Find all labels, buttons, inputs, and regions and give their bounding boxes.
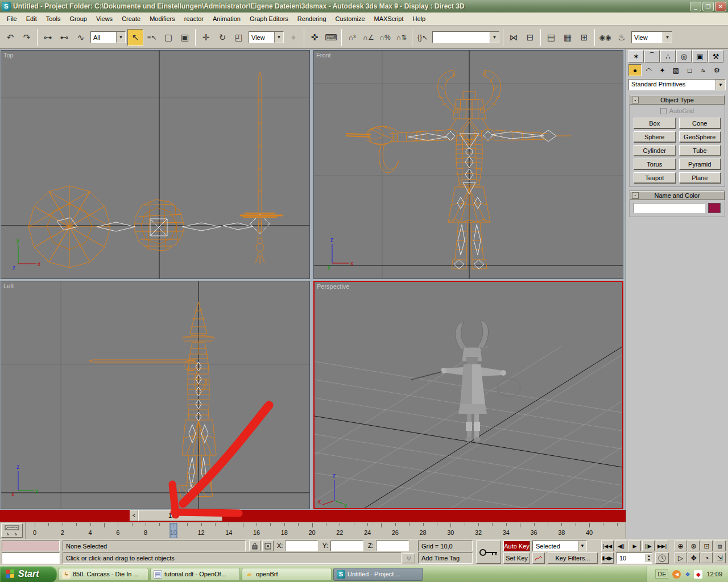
autogrid-checkbox[interactable] [660,108,667,114]
menu-item[interactable]: Group [65,14,92,24]
track-bar[interactable]: 0246810121416182022242628303234363840 [0,522,626,539]
zoom-extents-all-button[interactable]: ⧈ [714,541,726,551]
arc-rotate-button[interactable]: ◔ [701,552,713,563]
mirror-icon[interactable]: ⋈ [506,29,522,46]
current-frame-marker[interactable] [169,523,177,538]
object-type-button[interactable]: Cylinder [634,145,676,156]
viewport-left-label[interactable]: Left [3,282,14,289]
named-selection-sets-dropdown[interactable]: ▼ [432,31,499,43]
object-type-button[interactable]: Torus [634,159,676,169]
chevron-down-icon[interactable]: ▼ [578,541,586,551]
render-type-dropdown[interactable]: View▼ [631,31,672,43]
object-type-button[interactable]: Teapot [634,172,676,183]
taskbar-task[interactable]: S Untitled - Project ... [333,568,423,581]
time-configuration-button[interactable] [655,552,669,564]
close-button[interactable]: ✕ [715,2,726,11]
menu-item[interactable]: Views [92,14,117,24]
subtab-helpers[interactable]: □ [683,64,696,76]
set-key-button[interactable]: Set Key [503,552,530,564]
object-type-rollout-header[interactable]: - Object Type [630,95,725,105]
spinner-snap-toggle-icon[interactable]: ∩⇅ [394,29,410,46]
selection-filter-dropdown[interactable]: All▼ [90,31,126,43]
menu-item[interactable]: reactor [180,14,208,24]
snaps-toggle-icon[interactable]: ∩³ [344,29,360,46]
subtab-lights[interactable]: ✦ [656,64,669,76]
viewport-perspective[interactable]: Perspective [313,281,623,509]
object-type-button[interactable]: Box [634,118,676,128]
previous-frame-arrow[interactable]: < [130,510,138,521]
open-mini-curve-editor-button[interactable] [1,523,23,538]
object-type-button[interactable]: Tube [679,145,721,156]
menu-item[interactable]: Create [117,14,145,24]
material-editor-icon[interactable]: ◉◉ [597,29,613,46]
select-by-name-icon[interactable]: ≡↖ [144,29,160,46]
go-to-start-button[interactable]: |◀◀ [601,541,614,551]
subtab-space-warps[interactable]: ≈ [697,64,710,76]
next-frame-button[interactable]: ||▶ [642,541,655,551]
viewport-front-label[interactable]: Front [316,52,331,59]
select-and-link-icon[interactable]: ⊶ [40,29,56,46]
go-to-end-button[interactable]: ▶▶| [656,541,668,551]
menu-item[interactable]: Customize [331,14,370,24]
angle-snap-toggle-icon[interactable]: ∩∠ [361,29,377,46]
menu-item[interactable]: Rendering [293,14,331,24]
edit-named-selection-sets-icon[interactable]: {}↖ [415,29,431,46]
object-name-field[interactable] [634,203,705,213]
redo-icon[interactable]: ↷ [19,29,35,46]
maxscript-mini-listener[interactable] [2,552,60,564]
menu-item[interactable]: MAXScript [370,14,408,24]
collapse-icon[interactable]: - [632,97,639,103]
language-indicator[interactable]: DE [655,569,668,579]
taskbar-task[interactable]: ▰ openBrf [242,568,332,581]
subtab-systems[interactable]: ⚙ [710,64,723,76]
timeline-ruler[interactable]: 0246810121416182022242628303234363840 [25,522,626,539]
zoom-button[interactable]: ⊕ [675,541,686,551]
window-crossing-toggle-icon[interactable]: ▣ [177,29,193,46]
layer-manager-icon[interactable]: ▤ [543,29,559,46]
messenger-icon[interactable]: ❖ [683,570,692,579]
x-coord-field[interactable] [285,541,318,551]
rectangular-selection-region-icon[interactable]: ▢ [160,29,176,46]
chevron-down-icon[interactable]: ▼ [663,32,672,43]
y-coord-field[interactable] [330,541,363,551]
add-time-tag[interactable]: Add Time Tag [418,552,473,564]
play-button[interactable]: ▶ [628,541,641,551]
menu-item[interactable]: Tools [42,14,65,24]
menu-item[interactable]: Help [408,14,431,24]
default-in-out-tangent-icon[interactable] [532,552,545,564]
curve-editor-icon[interactable]: ▦ [560,29,576,46]
subtab-shapes[interactable]: ◠ [642,64,655,76]
z-coord-field[interactable] [376,541,409,551]
frame-spinner[interactable]: ▲▼ [646,554,652,562]
subtab-geometry[interactable]: ● [628,64,642,76]
object-type-button[interactable]: Cone [679,118,721,128]
select-and-move-icon[interactable]: ✛ [198,29,214,46]
object-type-button[interactable]: Sphere [634,131,676,142]
selection-lock-icon[interactable] [249,541,260,551]
viewport-top[interactable]: Top [1,50,310,279]
viewport-front[interactable]: Front [313,50,623,279]
keyboard-shortcut-override-icon[interactable]: ⌨ [323,29,339,46]
chevron-down-icon[interactable]: ▼ [116,32,125,43]
start-button[interactable]: Start [0,566,57,582]
select-object-icon[interactable]: ↖ [127,29,143,46]
chevron-down-icon[interactable]: ▼ [715,80,725,90]
taskbar-task[interactable]: ϟ 850. Carcass - Die In ... [59,568,148,581]
align-icon[interactable]: ⊟ [522,29,538,46]
time-slider[interactable]: < 10 [130,510,222,521]
antivirus-icon[interactable]: ◆ [694,570,702,579]
viewport-perspective-label[interactable]: Perspective [317,283,349,290]
object-type-button[interactable]: Plane [679,172,721,183]
tab-display[interactable]: ▣ [692,50,708,63]
percent-snap-toggle-icon[interactable]: ∩% [377,29,393,46]
primitives-category-dropdown[interactable]: Standard Primitives ▼ [628,79,726,90]
bind-to-space-warp-icon[interactable]: ∿ [73,29,89,46]
current-frame-field[interactable]: 10 ▲▼ [616,552,652,564]
undo-icon[interactable]: ↶ [2,29,18,46]
schematic-view-icon[interactable]: ⊞ [576,29,592,46]
key-mode-toggle-button[interactable]: ▮◀▶ [601,552,614,564]
zoom-all-button[interactable]: ⊛ [688,541,700,551]
pan-button[interactable]: ✥ [688,552,700,563]
set-keys-button[interactable] [476,541,501,564]
unlink-selection-icon[interactable]: ⊷ [56,29,72,46]
